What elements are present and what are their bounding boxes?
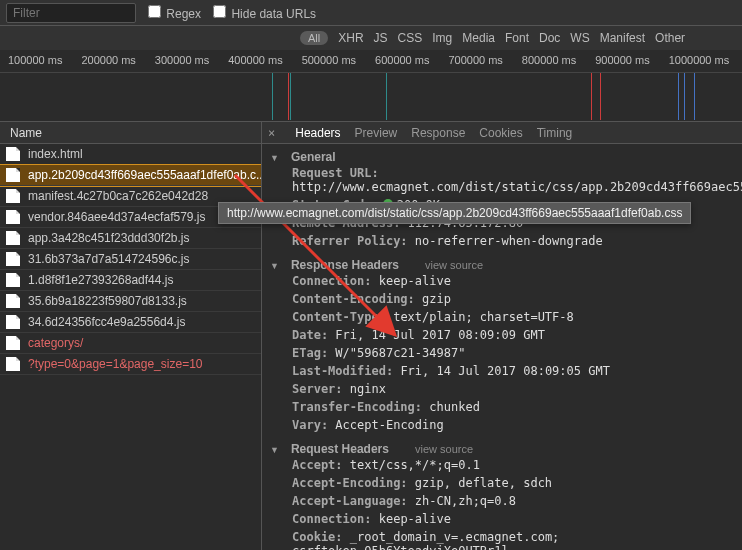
details-pane: × Headers Preview Response Cookies Timin… [262, 122, 742, 550]
request-row[interactable]: 31.6b373a7d7a514724596c.js [0, 249, 261, 270]
file-icon [6, 315, 20, 329]
filter-input[interactable] [6, 3, 136, 23]
network-toolbar: Regex Hide data URLs [0, 0, 742, 26]
file-icon [6, 189, 20, 203]
timeline-graph [0, 72, 742, 120]
content-type-value: text/plain; charset=UTF-8 [393, 310, 574, 324]
tab-preview[interactable]: Preview [355, 126, 398, 140]
file-icon [6, 231, 20, 245]
request-name: ?type=0&page=1&page_size=10 [28, 357, 203, 371]
request-row[interactable]: index.html [0, 144, 261, 165]
request-name: 31.6b373a7d7a514724596c.js [28, 252, 189, 266]
request-row[interactable]: ?type=0&page=1&page_size=10 [0, 354, 261, 375]
file-icon [6, 273, 20, 287]
file-icon [6, 252, 20, 266]
request-row[interactable]: categorys/ [0, 333, 261, 354]
section-request-headers: Request Headers view source Accept: text… [262, 436, 742, 550]
tab-cookies[interactable]: Cookies [479, 126, 522, 140]
request-row[interactable]: 34.6d24356fcc4e9a2556d4.js [0, 312, 261, 333]
filter-type-row: All XHR JS CSS Img Media Font Doc WS Man… [0, 26, 742, 50]
request-name: 34.6d24356fcc4e9a2556d4.js [28, 315, 185, 329]
request-url-value: http://www.ecmagnet.com/dist/static/css/… [292, 180, 742, 194]
regex-checkbox-label[interactable]: Regex [148, 5, 201, 21]
filter-manifest[interactable]: Manifest [600, 31, 645, 45]
file-icon [6, 294, 20, 308]
section-general: General Request URL: http://www.ecmagnet… [262, 144, 742, 252]
file-icon [6, 168, 20, 182]
file-icon [6, 147, 20, 161]
regex-checkbox[interactable] [148, 5, 161, 18]
url-tooltip: http://www.ecmagnet.com/dist/static/css/… [218, 202, 691, 224]
file-icon [6, 357, 20, 371]
tab-response[interactable]: Response [411, 126, 465, 140]
file-icon [6, 210, 20, 224]
request-name: manifest.4c27b0ca7c262e042d28 [28, 189, 208, 203]
filter-other[interactable]: Other [655, 31, 685, 45]
details-tabs: × Headers Preview Response Cookies Timin… [262, 122, 742, 144]
referrer-policy-value: no-referrer-when-downgrade [415, 234, 603, 248]
section-request-headers-title[interactable]: Request Headers view source [270, 442, 742, 456]
tab-timing[interactable]: Timing [537, 126, 573, 140]
request-name: app.3a428c451f23ddd30f2b.js [28, 231, 189, 245]
hide-data-urls-checkbox[interactable] [213, 5, 226, 18]
filter-img[interactable]: Img [432, 31, 452, 45]
timeline-labels: 100000 ms 200000 ms 300000 ms 400000 ms … [0, 50, 742, 68]
filter-ws[interactable]: WS [570, 31, 589, 45]
section-response-headers: Response Headers view source Connection:… [262, 252, 742, 436]
tab-headers[interactable]: Headers [295, 126, 340, 140]
request-name: categorys/ [28, 336, 83, 350]
filter-doc[interactable]: Doc [539, 31, 560, 45]
filter-js[interactable]: JS [374, 31, 388, 45]
file-icon [6, 336, 20, 350]
section-general-title[interactable]: General [270, 150, 742, 164]
request-name: vendor.846aee4d37a4ecfaf579.js [28, 210, 206, 224]
filter-media[interactable]: Media [462, 31, 495, 45]
view-source-link[interactable]: view source [425, 259, 483, 271]
request-row[interactable]: app.2b209cd43ff669aec555aaaf1dfef0ab.c..… [0, 165, 261, 186]
request-name: 35.6b9a18223f59807d8133.js [28, 294, 187, 308]
request-name: app.2b209cd43ff669aec555aaaf1dfef0ab.c..… [28, 168, 261, 182]
filter-all[interactable]: All [300, 31, 328, 45]
filter-xhr[interactable]: XHR [338, 31, 363, 45]
section-response-headers-title[interactable]: Response Headers view source [270, 258, 742, 272]
request-row[interactable]: 35.6b9a18223f59807d8133.js [0, 291, 261, 312]
hide-data-urls-label[interactable]: Hide data URLs [213, 5, 316, 21]
request-row[interactable]: 1.d8f8f1e27393268adf44.js [0, 270, 261, 291]
file-list: index.htmlapp.2b209cd43ff669aec555aaaf1d… [0, 144, 261, 375]
filter-font[interactable]: Font [505, 31, 529, 45]
filter-css[interactable]: CSS [398, 31, 423, 45]
close-icon[interactable]: × [268, 126, 275, 140]
request-name: 1.d8f8f1e27393268adf44.js [28, 273, 173, 287]
request-name: index.html [28, 147, 83, 161]
timeline[interactable]: 100000 ms 200000 ms 300000 ms 400000 ms … [0, 50, 742, 122]
requests-pane: Name index.htmlapp.2b209cd43ff669aec555a… [0, 122, 262, 550]
request-row[interactable]: app.3a428c451f23ddd30f2b.js [0, 228, 261, 249]
view-source-link[interactable]: view source [415, 443, 473, 455]
column-header-name[interactable]: Name [0, 122, 261, 144]
